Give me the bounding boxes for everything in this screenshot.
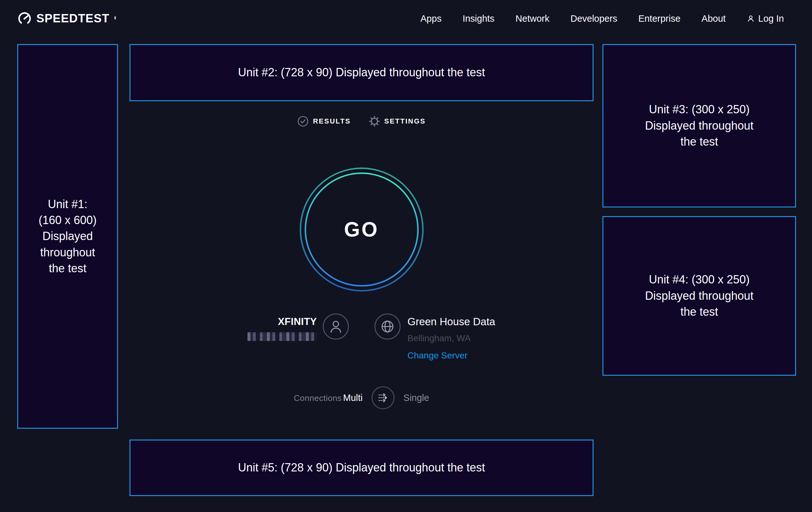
tab-results[interactable]: RESULTS — [297, 115, 351, 127]
nav-item-enterprise[interactable]: Enterprise — [638, 14, 680, 24]
check-circle-icon — [297, 115, 309, 127]
globe-icon — [379, 318, 396, 335]
server-name: Green House Data — [408, 315, 495, 328]
ad-unit-4-text: Unit #4: (300 x 250) Displayed throughou… — [645, 272, 753, 320]
speed-test-area: RESULTS SETTINGS — [129, 0, 593, 512]
nav-item-about[interactable]: About — [702, 14, 726, 24]
server-location: Bellingham, WA — [408, 333, 471, 344]
tab-results-label: RESULTS — [313, 117, 351, 126]
gear-icon — [369, 115, 380, 127]
login-label: Log In — [758, 14, 784, 24]
ad-unit-1[interactable]: Unit #1: (160 x 600) Displayed throughou… — [17, 44, 118, 429]
ad-unit-4[interactable]: Unit #4: (300 x 250) Displayed throughou… — [603, 216, 796, 376]
trademark-mark — [115, 16, 116, 20]
change-server-link[interactable]: Change Server — [408, 350, 468, 361]
user-circle-icon — [327, 318, 344, 335]
ip-address-redacted — [248, 332, 317, 341]
ad-unit-3[interactable]: Unit #3: (300 x 250) Displayed throughou… — [603, 44, 796, 208]
ad-unit-1-text: Unit #1: (160 x 600) Displayed throughou… — [38, 196, 97, 277]
isp-user-circle — [323, 314, 349, 340]
login-link[interactable]: Log In — [747, 14, 784, 24]
connections-section: Connections Multi Single — [129, 382, 593, 409]
tab-settings-label: SETTINGS — [384, 117, 426, 126]
speedtest-logo[interactable]: SPEEDTEST — [17, 11, 116, 26]
multi-connection-icon — [375, 390, 391, 405]
connection-info: XFINITY Green House Data Belling — [129, 314, 593, 361]
ad-unit-3-text: Unit #3: (300 x 250) Displayed throughou… — [645, 102, 753, 150]
logo-text: SPEEDTEST — [36, 12, 109, 25]
server-globe-circle — [374, 314, 401, 340]
connections-option-single[interactable]: Single — [403, 393, 429, 403]
multi-connection-toggle[interactable] — [372, 386, 395, 409]
go-button[interactable]: GO — [299, 167, 424, 292]
go-button-label: GO — [299, 167, 424, 292]
user-icon — [747, 15, 755, 23]
isp-name[interactable]: XFINITY — [278, 316, 317, 327]
tab-settings[interactable]: SETTINGS — [369, 115, 426, 127]
connections-label: Connections — [294, 393, 342, 403]
tab-bar: RESULTS SETTINGS — [129, 115, 593, 127]
speedtest-gauge-icon — [17, 11, 32, 26]
connections-option-multi[interactable]: Multi — [343, 393, 362, 403]
